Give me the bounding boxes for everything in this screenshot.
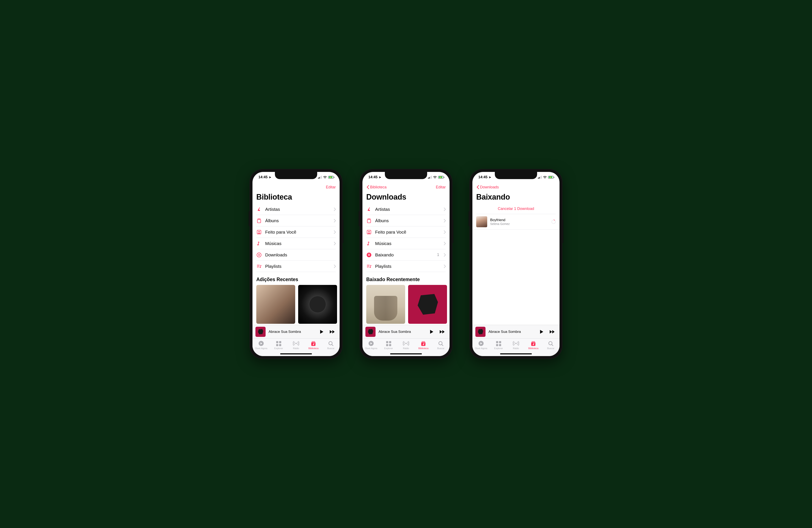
list-row-mic[interactable]: Artistas [256,203,336,215]
album-art[interactable] [475,327,485,337]
list-row-album[interactable]: Álbuns [256,215,336,226]
download-art [476,216,487,227]
forward-button[interactable] [439,330,445,334]
mini-player-title: Abrace Sua Sombra [378,330,426,334]
back-button[interactable]: Biblioteca [366,185,387,190]
tab-buscar[interactable]: Buscar [323,340,338,356]
chevron-icon [444,208,446,211]
edit-button[interactable]: Editar [326,185,336,190]
row-label: Downloads [265,252,327,257]
cellular-icon [538,176,542,179]
notch [275,172,317,179]
note-icon [366,241,372,246]
row-label: Feito para Você [265,230,331,235]
mini-player[interactable]: Abrace Sua Sombra [252,325,339,338]
home-indicator[interactable] [500,353,532,354]
tab-label: Buscar [547,347,554,349]
list-row-made[interactable]: Feito para Você [256,226,336,238]
play-button[interactable] [319,330,323,334]
battery-icon: ⚡ [438,176,444,179]
tab-buscar[interactable]: Buscar [433,340,449,356]
tab-label: Ouvir Agora [365,347,377,349]
download-progress-icon [551,220,556,224]
mini-player[interactable]: Abrace Sua Sombra [473,325,560,338]
play-circle-icon [478,340,484,347]
home-indicator[interactable] [390,353,422,354]
album-art[interactable] [408,285,447,324]
mini-player[interactable]: Abrace Sua Sombra [362,325,450,338]
tab-ouvir agora[interactable]: Ouvir Agora [363,340,379,356]
mini-player-title: Abrace Sua Sombra [489,330,536,334]
chevron-icon [334,219,336,222]
list-row-downloading[interactable]: Baixando 1 [366,249,446,261]
download-title: Boyfriend [490,218,549,222]
download-subtitle: Selena Gomez [490,222,549,226]
play-button[interactable] [429,330,434,334]
mini-player-art [256,327,265,337]
list-row-made[interactable]: Feito para Você [366,226,446,238]
back-label: Downloads [480,185,499,190]
download-icon [256,252,262,258]
grid-icon [386,340,392,347]
cellular-icon [318,176,322,179]
grid-icon [495,340,502,347]
loading-spinner-icon [330,253,335,257]
location-icon: ➤ [489,176,491,179]
back-button[interactable]: Downloads [476,185,499,190]
radio-icon [403,340,409,347]
library-icon [310,340,317,347]
menu-list: Artistas Álbuns Feito para Você Músicas … [362,203,450,272]
tab-buscar[interactable]: Buscar [543,340,559,356]
status-time: 14:45 [368,175,377,179]
forward-button[interactable] [329,330,335,334]
status-time: 14:45 [478,175,488,179]
tab-label: Rádio [403,347,409,349]
downloading-icon [366,252,372,258]
tab-ouvir agora[interactable]: Ouvir Agora [474,340,489,356]
nav-bar: Editar [252,182,339,192]
tab-label: Buscar [327,347,335,349]
row-label: Músicas [265,241,331,246]
list-row-note[interactable]: Músicas [366,238,446,249]
page-title: Downloads [366,193,446,201]
album-art[interactable] [256,285,295,324]
forward-button[interactable] [549,330,555,334]
row-label: Músicas [375,241,440,246]
home-indicator[interactable] [280,353,312,354]
library-icon [420,340,426,347]
tab-ouvir agora[interactable]: Ouvir Agora [253,340,269,356]
mic-icon [256,207,262,212]
list-row-playlist[interactable]: Playlists [366,261,446,272]
location-icon: ➤ [269,176,271,179]
chevron-icon [334,230,336,234]
album-art[interactable] [298,285,337,324]
grid-icon [276,340,282,347]
list-row-mic[interactable]: Artistas [366,203,446,215]
list-row-note[interactable]: Músicas [256,238,336,249]
play-button[interactable] [539,330,543,334]
battery-icon: ⚡ [548,176,554,179]
edit-button[interactable]: Editar [436,185,446,190]
album-art[interactable] [256,327,265,337]
wifi-icon [543,175,547,179]
list-row-download[interactable]: Downloads [256,249,336,261]
radio-icon [513,340,519,347]
page-title: Baixando [476,193,556,201]
wifi-icon [323,175,327,179]
made-icon [256,229,262,235]
section-title: Adições Recentes [256,277,336,282]
album-grid [252,285,339,324]
cancel-downloads-button[interactable]: Cancelar 1 Download [476,203,556,214]
album-icon [366,218,372,224]
chevron-icon [444,242,446,245]
phone-frame: 14:45 ➤ ⚡ Downloads BaixandoCancelar 1 D… [469,169,563,359]
battery-icon: ⚡ [328,176,334,179]
list-row-playlist[interactable]: Playlists [256,261,336,272]
list-row-album[interactable]: Álbuns [366,215,446,226]
search-icon [438,340,444,347]
album-art[interactable] [365,327,376,337]
download-row[interactable]: Boyfriend Selena Gomez [473,214,560,230]
search-icon [328,340,334,347]
album-art[interactable] [366,285,405,324]
playlist-icon [366,263,372,269]
